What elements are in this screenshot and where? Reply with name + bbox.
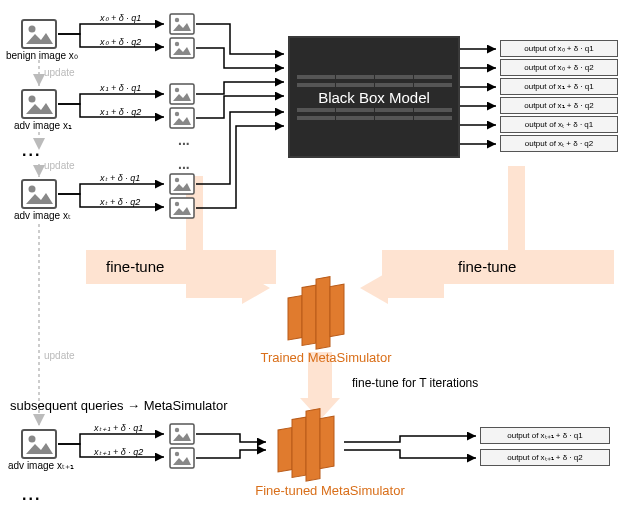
- adv-image-xt-icon: [22, 180, 56, 208]
- vdots-col2b: ...: [178, 156, 190, 172]
- caption-adv-xt: adv image xₜ: [14, 210, 71, 221]
- output-box-5: output of xₜ + δ · q2: [500, 135, 618, 152]
- black-box-model: Black Box Model: [288, 36, 460, 158]
- output-box-b0: output of xₜ₊₁ + δ · q1: [480, 427, 610, 444]
- dots-bottom: ...: [22, 486, 41, 504]
- vdots-col2a: ...: [178, 132, 190, 148]
- caption-adv-x1: adv image x₁: [14, 120, 72, 131]
- caption-adv-xt1: adv image xₜ₊₁: [8, 460, 74, 471]
- benign-image-x0-icon: [22, 20, 56, 48]
- finetune-left-label: fine-tune: [106, 258, 164, 275]
- update-label-1: update: [44, 67, 75, 78]
- output-box-4: output of xₜ + δ · q1: [500, 116, 618, 133]
- finetune-iter-label: fine-tune for T iterations: [352, 376, 478, 390]
- trained-metasimulator-icon: [288, 274, 344, 354]
- output-box-b1: output of xₜ₊₁ + δ · q2: [480, 449, 610, 466]
- adv-image-x1-icon: [22, 90, 56, 118]
- svg-rect-11: [508, 166, 525, 262]
- update-label-3: update: [44, 350, 75, 361]
- output-box-0: output of x₀ + δ · q1: [500, 40, 618, 57]
- black-box-title: Black Box Model: [290, 89, 458, 106]
- formula-r0-b: x₀ + δ · q2: [100, 37, 141, 47]
- output-box-1: output of x₀ + δ · q2: [500, 59, 618, 76]
- trained-sim-label: Trained MetaSimulator: [236, 350, 416, 365]
- caption-benign-x0: benign image x₀: [6, 50, 78, 61]
- formula-r2-a: xₜ + δ · q1: [100, 173, 140, 183]
- tuned-sim-label: Fine-tuned MetaSimulator: [220, 483, 440, 498]
- finetuned-metasimulator-icon: [278, 406, 334, 486]
- adv-image-xt1-icon: [22, 430, 56, 458]
- formula-r1-a: x₁ + δ · q1: [100, 83, 141, 93]
- formula-r3-a: xₜ₊₁ + δ · q1: [94, 423, 143, 433]
- formula-r2-b: xₜ + δ · q2: [100, 197, 140, 207]
- formula-r3-b: xₜ₊₁ + δ · q2: [94, 447, 143, 457]
- subsequent-queries-label: subsequent queries → MetaSimulator: [10, 398, 228, 413]
- output-box-3: output of x₁ + δ · q2: [500, 97, 618, 114]
- dots-1: ...: [22, 142, 41, 160]
- output-box-2: output of x₁ + δ · q1: [500, 78, 618, 95]
- formula-r0-a: x₀ + δ · q1: [100, 13, 141, 23]
- formula-r1-b: x₁ + δ · q2: [100, 107, 141, 117]
- update-label-2: update: [44, 160, 75, 171]
- finetune-right-label: fine-tune: [458, 258, 516, 275]
